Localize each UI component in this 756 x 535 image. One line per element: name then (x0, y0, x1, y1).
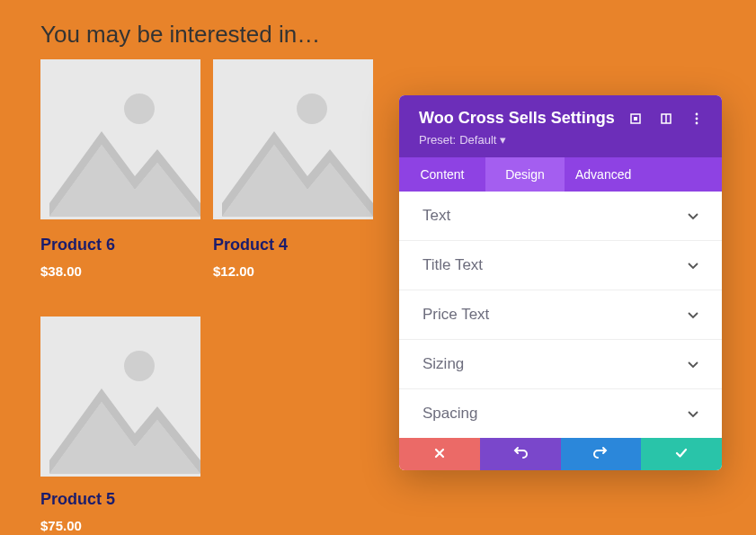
preset-selector[interactable]: Preset: Default ▾ (419, 133, 702, 147)
product-title: Product 4 (213, 236, 373, 254)
svg-point-11 (696, 117, 698, 120)
columns-icon[interactable] (661, 113, 672, 124)
product-title: Product 5 (40, 490, 200, 509)
undo-button[interactable] (480, 438, 561, 470)
tabs: Content Design Advanced (399, 157, 722, 192)
chevron-down-icon (688, 356, 698, 372)
svg-point-5 (124, 351, 155, 381)
settings-panel: Woo Cross Sells Settings Preset: Default… (399, 95, 722, 470)
section-title: You may be interested in… (0, 0, 756, 49)
chevron-down-icon (688, 208, 698, 224)
svg-point-3 (297, 94, 327, 124)
product-grid: Product 6 $38.00 Product 4 $12.00 Produc… (0, 49, 387, 533)
product-price: $38.00 (40, 263, 200, 279)
svg-point-1 (124, 94, 155, 124)
accordion-item-text[interactable]: Text (399, 192, 722, 241)
product-placeholder-image (40, 59, 200, 219)
save-button[interactable] (641, 438, 722, 470)
accordion-label: Spacing (422, 405, 477, 423)
redo-button[interactable] (561, 438, 642, 470)
panel-title: Woo Cross Sells Settings (419, 109, 615, 128)
accordion-item-sizing[interactable]: Sizing (399, 340, 722, 389)
accordion-label: Text (422, 207, 450, 225)
product-card[interactable]: Product 4 $12.00 (213, 59, 373, 279)
check-icon (675, 446, 688, 462)
accordion-item-price-text[interactable]: Price Text (399, 290, 722, 340)
chevron-down-icon (688, 307, 698, 323)
accordion-label: Sizing (422, 355, 464, 373)
tab-content[interactable]: Content (399, 157, 485, 192)
more-icon[interactable] (691, 113, 702, 124)
accordion: Text Title Text Price Text Sizing Spacin… (399, 192, 722, 438)
product-placeholder-image (213, 59, 373, 219)
tab-advanced[interactable]: Advanced (565, 157, 654, 192)
preset-value: Default (459, 133, 496, 147)
close-icon (434, 446, 445, 462)
product-price: $12.00 (213, 263, 373, 279)
accordion-item-title-text[interactable]: Title Text (399, 241, 722, 290)
responsive-view-icon[interactable] (630, 113, 641, 124)
svg-rect-7 (634, 117, 637, 120)
product-card[interactable]: Product 6 $38.00 (40, 59, 200, 279)
preset-label: Preset: (419, 133, 456, 147)
tab-design[interactable]: Design (485, 157, 565, 192)
accordion-label: Price Text (422, 306, 489, 324)
redo-icon (593, 446, 608, 462)
action-bar (399, 438, 722, 470)
panel-header: Woo Cross Sells Settings Preset: Default… (399, 95, 722, 157)
chevron-down-icon (688, 406, 698, 422)
chevron-down-icon (688, 257, 698, 273)
svg-point-12 (696, 121, 698, 124)
chevron-down-icon: ▾ (500, 133, 506, 147)
product-price: $75.00 (40, 518, 200, 533)
product-title: Product 6 (40, 236, 200, 254)
product-placeholder-image (40, 317, 200, 477)
svg-point-10 (696, 112, 698, 115)
product-card[interactable]: Product 5 $75.00 (40, 317, 200, 533)
accordion-label: Title Text (422, 256, 483, 274)
cancel-button[interactable] (399, 438, 480, 470)
accordion-item-spacing[interactable]: Spacing (399, 389, 722, 438)
undo-icon (513, 446, 528, 462)
